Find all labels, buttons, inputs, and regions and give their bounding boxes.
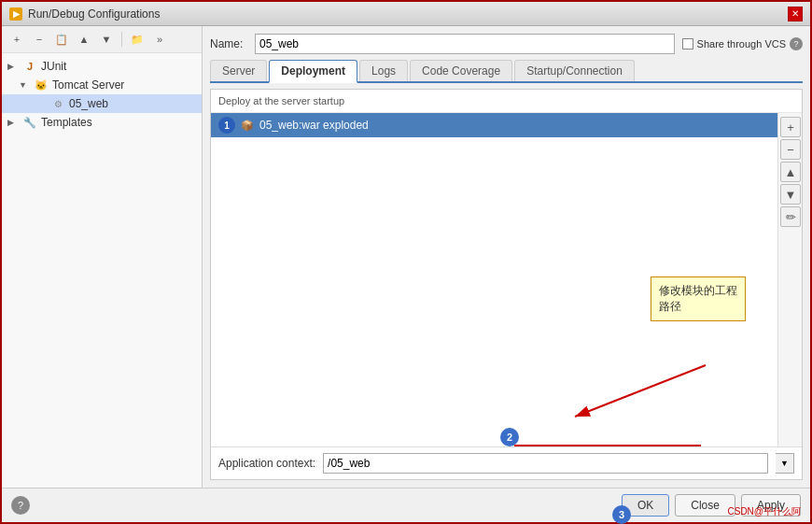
junit-icon: J [22,59,37,74]
remove-config-button[interactable]: − [30,30,49,49]
name-input[interactable] [255,34,675,54]
add-config-button[interactable]: + [7,30,26,49]
deploy-item-label: 05_web:war exploded [259,119,369,132]
main-window: ▶ Run/Debug Configurations ✕ + − 📋 ▲ ▼ 📁… [0,0,812,524]
app-context-dropdown[interactable]: ▼ [776,453,794,474]
deploy-header: Deploy at the server startup [211,90,802,113]
deploy-remove-button[interactable]: − [780,139,801,160]
sidebar-item-05web[interactable]: ⚙ 05_web [2,94,202,113]
app-context-row: Application context: ▼ [211,446,802,479]
window-title: Run/Debug Configurations [28,7,160,21]
sidebar-item-templates[interactable]: ▶ 🔧 Templates [2,113,202,132]
templates-icon: 🔧 [22,115,37,130]
tooltip-line1: 修改模块的工程 [659,284,737,297]
sidebar-item-junit[interactable]: ▶ J JUnit [2,57,202,76]
copy-config-button[interactable]: 📋 [52,30,71,49]
sidebar-toolbar: + − 📋 ▲ ▼ 📁 » [2,26,202,53]
tab-startup-connection[interactable]: Startup/Connection [514,60,635,81]
title-bar: ▶ Run/Debug Configurations ✕ [2,2,810,26]
help-button[interactable]: ? [11,496,30,515]
close-dialog-button[interactable]: Close [675,494,735,517]
folder-button[interactable]: 📁 [128,30,147,49]
deploy-add-button[interactable]: + [780,117,801,137]
share-vcs-row: Share through VCS ? [682,37,803,50]
more-button[interactable]: » [150,30,169,49]
bottom-bar: ? OK 3 Close Apply [2,488,810,522]
app-context-input[interactable] [323,453,768,474]
tomcat-arrow: ▼ [19,80,30,90]
deploy-item-num: 1 [218,117,235,134]
sidebar-item-tomcat[interactable]: ▼ 🐱 Tomcat Server [2,76,202,94]
tab-code-coverage[interactable]: Code Coverage [410,60,512,81]
main-content: + − 📋 ▲ ▼ 📁 » ▶ J JUnit ▼ 🐱 [2,26,810,488]
annotation-circle-3: 3 [612,505,631,524]
window-icon: ▶ [9,7,22,21]
name-label: Name: [210,37,247,50]
deploy-edit-button[interactable]: ✏ [780,206,801,227]
annotation-2-area: 2 [500,428,519,446]
junit-arrow: ▶ [7,62,19,71]
watermark: CSDN@平什么阿 [728,505,802,518]
name-row: Name: Share through VCS ? [210,34,803,54]
title-bar-left: ▶ Run/Debug Configurations [9,7,160,21]
sidebar: + − 📋 ▲ ▼ 📁 » ▶ J JUnit ▼ 🐱 [2,26,203,488]
05web-icon: ⚙ [50,96,65,111]
move-down-button[interactable]: ▼ [97,30,116,49]
sidebar-tree: ▶ J JUnit ▼ 🐱 Tomcat Server ⚙ 05_web [2,53,202,488]
close-button[interactable]: ✕ [788,7,803,21]
ok-button-wrapper: OK 3 [622,494,669,517]
tab-server[interactable]: Server [210,60,267,81]
templates-label: Templates [41,116,92,129]
list-side-buttons: + − ▲ ▼ ✏ [777,113,802,446]
deploy-down-button[interactable]: ▼ [780,184,801,205]
junit-label: JUnit [41,60,66,73]
tomcat-label: Tomcat Server [52,78,124,92]
tab-deployment[interactable]: Deployment [269,60,357,83]
tooltip-annotation: 修改模块的工程 路径 [651,276,746,321]
deploy-item-icon: 📦 [241,120,254,132]
move-up-button[interactable]: ▲ [75,30,93,49]
share-help-icon[interactable]: ? [790,37,803,50]
templates-arrow: ▶ [7,118,19,127]
share-vcs-label: Share through VCS [697,38,786,50]
toolbar-separator [121,32,122,47]
deploy-item[interactable]: 1 📦 05_web:war exploded [211,113,777,137]
05web-label: 05_web [69,97,108,110]
tab-logs[interactable]: Logs [359,60,408,81]
annotation-circle-2: 2 [500,428,519,446]
deploy-up-button[interactable]: ▲ [780,162,801,182]
panel-content: Deploy at the server startup 1 📦 05_web:… [210,89,803,480]
tabs-bar: Server Deployment Logs Code Coverage Sta… [210,60,803,83]
tomcat-icon: 🐱 [34,78,49,92]
share-vcs-checkbox[interactable] [682,38,693,50]
app-context-label: Application context: [218,457,315,470]
tooltip-line2: 路径 [659,300,681,313]
right-panel: Name: Share through VCS ? Server Deploym… [203,26,810,488]
